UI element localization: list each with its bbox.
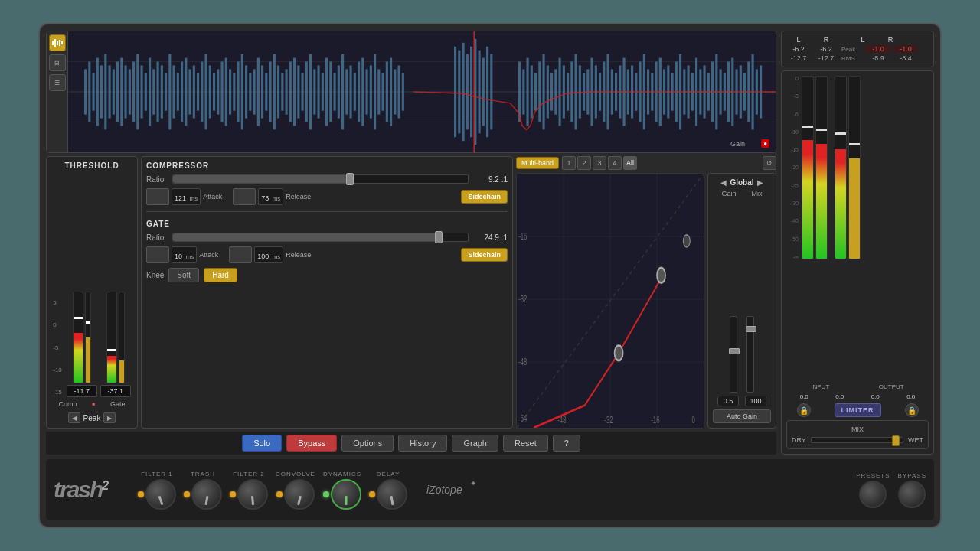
global-prev-btn[interactable]: ◀ [720, 178, 727, 187]
history-btn[interactable]: History [398, 435, 447, 452]
dynamics-led[interactable] [323, 491, 329, 497]
svg-rect-40 [209, 65, 211, 118]
filter1-label: FILTER 1 [141, 471, 173, 478]
solo-btn[interactable]: Solo [242, 435, 282, 452]
auto-gain-btn[interactable]: Auto Gain [713, 409, 771, 423]
comp-attack-btn[interactable] [146, 188, 169, 205]
reset-btn[interactable]: Reset [503, 435, 548, 452]
svg-rect-62 [297, 65, 299, 118]
gate-attack-value: 10 [175, 253, 182, 260]
trash-label: TRASH [191, 471, 215, 478]
help-btn[interactable]: ? [553, 435, 580, 452]
svg-rect-90 [458, 51, 460, 134]
convolve-knob[interactable] [284, 479, 315, 510]
gate-release-unit: ms [273, 253, 281, 260]
band-reset-btn[interactable]: ↺ [763, 156, 776, 170]
knee-hard-btn[interactable]: Hard [204, 268, 237, 282]
band-3-btn[interactable]: 3 [593, 156, 606, 170]
gate-attack-btn[interactable] [146, 246, 169, 263]
knee-soft-btn[interactable]: Soft [168, 268, 199, 282]
svg-rect-23 [141, 65, 143, 118]
global-title: Global [730, 178, 753, 187]
options-btn[interactable]: Options [341, 435, 394, 452]
gate-release-btn[interactable] [229, 246, 252, 263]
trash-logo-sup: 2 [102, 479, 108, 492]
r-rms: -8.4 [893, 54, 918, 62]
waveform-mode-btn[interactable] [49, 34, 66, 51]
comp-release-btn[interactable] [233, 188, 256, 205]
svg-rect-10 [88, 62, 90, 122]
mix-thumb[interactable] [892, 435, 900, 446]
peak-next-btn[interactable]: ▶ [103, 412, 116, 423]
gain-slider[interactable] [730, 316, 737, 393]
filter2-knob[interactable] [237, 479, 268, 510]
band-all-btn[interactable]: All [623, 156, 637, 170]
delay-knob[interactable] [377, 479, 407, 510]
gate-ratio-slider[interactable] [172, 233, 469, 242]
mix-slider[interactable] [746, 316, 754, 393]
output-lock-btn[interactable]: 🔒 [905, 403, 919, 417]
filter1-led[interactable] [138, 491, 144, 497]
filter1-knob[interactable] [145, 479, 176, 510]
delay-led[interactable] [369, 491, 375, 497]
global-next-btn[interactable]: ▶ [757, 178, 763, 187]
band-4-btn[interactable]: 4 [608, 156, 622, 170]
gate-attack-unit: ms [185, 253, 194, 260]
presets-knob[interactable] [859, 481, 887, 508]
bypass-btn[interactable]: Bypass [286, 435, 337, 452]
svg-text:-16: -16 [518, 230, 527, 242]
limiter-btn[interactable]: LIMITER [835, 403, 881, 417]
svg-rect-59 [286, 69, 288, 114]
gate-sidechain-btn[interactable]: Sidechain [461, 248, 508, 262]
comp-sidechain-btn[interactable]: Sidechain [461, 190, 508, 204]
svg-rect-107 [550, 73, 553, 110]
dynamics-knob[interactable] [331, 479, 361, 510]
convolve-label: CONVOLVE [276, 471, 315, 478]
mix-value: 100 [745, 396, 766, 406]
svg-rect-14 [104, 54, 106, 130]
input-l-val: 0.0 [800, 393, 808, 400]
lr-meters-panel: L R L R -6.2 -6.2 Peak -1.0 -1.0 -12.7 -… [781, 31, 934, 67]
gm-values: 0.5 100 [713, 396, 771, 406]
peak-label: Peak [83, 414, 101, 422]
multiband-btn[interactable]: Multi-band [516, 157, 559, 169]
bypass-section: BYPASS [898, 472, 926, 508]
svg-rect-80 [370, 65, 372, 118]
compressor-title: COMPRESSOR [146, 161, 508, 170]
mix-slider[interactable] [811, 437, 903, 443]
trash-led[interactable] [184, 491, 190, 497]
convolve-led[interactable] [276, 491, 283, 497]
comp-ratio-slider[interactable] [172, 174, 469, 184]
input-lock-btn[interactable]: 🔒 [797, 403, 811, 417]
svg-rect-36 [193, 65, 195, 118]
right-panel: L R L R -6.2 -6.2 Peak -1.0 -1.0 -12.7 -… [781, 31, 934, 455]
svg-point-170 [657, 268, 665, 283]
l-rms: -8.9 [866, 54, 890, 62]
graph-btn[interactable]: Graph [452, 435, 498, 452]
input-l-meter [802, 76, 814, 259]
svg-rect-11 [93, 73, 95, 110]
global-header: ◀ Global ▶ [713, 178, 771, 187]
waveform-fit-btn[interactable]: ☰ [49, 74, 66, 91]
svg-rect-16 [113, 69, 115, 114]
svg-rect-79 [366, 69, 368, 114]
bypass-knob[interactable] [898, 481, 926, 508]
io-controls-row: 🔒 LIMITER 🔒 [786, 403, 929, 417]
waveform-svg [68, 31, 776, 152]
svg-rect-109 [559, 58, 561, 126]
band-2-btn[interactable]: 2 [577, 156, 591, 170]
graph-canvas[interactable]: − + [516, 173, 704, 429]
peak-prev-btn[interactable]: ◀ [68, 412, 80, 423]
filter2-led[interactable] [230, 491, 236, 497]
svg-rect-92 [466, 54, 469, 130]
waveform-zoom-btn[interactable]: ⊞ [49, 54, 66, 71]
filter2-module: FILTER 2 [230, 471, 268, 510]
trash-knob[interactable] [191, 479, 222, 510]
band-1-btn[interactable]: 1 [562, 156, 576, 170]
comp-release-label: Release [286, 193, 311, 201]
svg-rect-98 [490, 54, 492, 130]
meters-area: 0 -3 -6 -10 -15 -20 -25 -30 -40 -50 -∞ [786, 76, 929, 379]
gain-label: Gain [730, 140, 745, 148]
svg-rect-85 [390, 58, 392, 126]
svg-rect-35 [189, 69, 191, 114]
